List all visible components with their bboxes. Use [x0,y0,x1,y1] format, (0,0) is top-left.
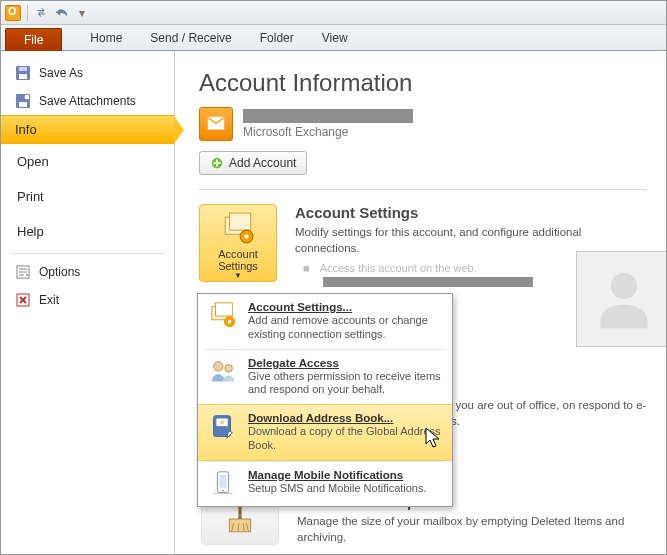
tab-folder[interactable]: Folder [246,26,308,50]
dropdown-item-title: Account Settings... [248,301,442,313]
svg-rect-21 [216,303,233,316]
contact-avatar [576,251,666,347]
account-settings-button[interactable]: Account Settings ▼ [199,204,277,282]
tab-view[interactable]: View [308,26,362,50]
qat-dropdown-icon[interactable]: ▾ [74,5,90,21]
sidebar-separator [11,253,164,254]
sidebar-item-label: Print [17,189,44,204]
svg-rect-16 [230,213,251,230]
svg-point-28 [220,420,225,425]
section-title: Account Settings [295,204,646,221]
svg-point-24 [214,361,223,370]
dropdown-item-desc: Add and remove accounts or change existi… [248,314,442,342]
exit-icon [15,292,31,308]
sidebar-item-label: Save As [39,66,83,80]
sidebar-help[interactable]: Help [1,214,174,249]
broom-icon [223,502,257,536]
sidebar-item-label: Open [17,154,49,169]
mouse-cursor-icon [425,427,443,449]
sidebar-info[interactable]: Info [1,115,174,144]
bullet-text: Access this account on the web. [320,262,477,274]
account-settings-dropdown: Account Settings... Add and remove accou… [197,293,453,507]
undo-icon[interactable] [54,5,70,21]
dropdown-item-desc: Download a copy of the Global Address Bo… [248,425,442,453]
dropdown-item-desc: Give others permission to receive items … [248,370,442,398]
sidebar-exit[interactable]: Exit [1,286,174,314]
tab-home[interactable]: Home [76,26,136,50]
dropdown-item-title: Manage Mobile Notifications [248,469,427,481]
account-settings-icon [208,301,238,331]
dropdown-download-address-book[interactable]: Download Address Book... Download a copy… [198,404,452,461]
delegate-icon [208,357,238,387]
section-desc: Manage the size of your mailbox by empty… [297,514,658,545]
svg-point-25 [225,364,233,372]
sidebar-save-attachments[interactable]: Save Attachments [1,87,174,115]
svg-rect-4 [19,102,27,107]
sidebar-open[interactable]: Open [1,144,174,179]
sidebar-options[interactable]: Options [1,258,174,286]
dropdown-item-title: Download Address Book... [248,412,442,424]
svg-point-23 [228,320,232,324]
bullet-icon: ■ [303,262,310,274]
title-bar: ▾ [1,1,666,25]
sidebar-print[interactable]: Print [1,179,174,214]
dropdown-mobile-notifications[interactable]: Manage Mobile Notifications Setup SMS an… [198,462,452,506]
account-name-redacted [243,109,413,123]
svg-rect-1 [19,74,27,79]
svg-point-10 [26,274,28,276]
svg-point-18 [244,234,248,238]
svg-point-5 [24,94,30,100]
file-tab[interactable]: File [5,28,62,51]
dropdown-account-settings[interactable]: Account Settings... Add and remove accou… [198,294,452,349]
dropdown-delegate-access[interactable]: Delegate Access Give others permission t… [198,350,452,405]
divider [199,189,646,190]
page-title: Account Information [199,69,646,97]
svg-point-31 [222,489,224,491]
save-attachments-icon [15,93,31,109]
address-book-icon [208,412,238,442]
account-settings-icon [221,211,255,245]
account-icon [199,107,233,141]
sidebar-save-as[interactable]: Save As [1,59,174,87]
add-account-button[interactable]: Add Account [199,151,307,175]
ribbon: File Home Send / Receive Folder View [1,25,666,51]
send-receive-icon[interactable] [34,5,50,21]
sidebar-item-label: Exit [39,293,59,307]
sidebar-item-label: Info [15,122,37,137]
save-icon [15,65,31,81]
mobile-icon [208,469,238,499]
add-account-label: Add Account [229,156,296,170]
url-redacted [323,277,533,287]
qat-separator [27,5,28,21]
account-row: Microsoft Exchange [199,107,646,141]
dropdown-item-title: Delegate Access [248,357,442,369]
sidebar-item-label: Help [17,224,44,239]
dropdown-item-desc: Setup SMS and Mobile Notifications. [248,482,427,496]
account-type: Microsoft Exchange [243,125,348,139]
app-icon [5,5,21,21]
plus-icon [210,156,224,170]
button-label: Account Settings [200,248,276,272]
dropdown-caret-icon: ▼ [234,271,242,280]
backstage-sidebar: Save As Save Attachments Info Open Print… [1,51,175,555]
sidebar-item-label: Options [39,265,80,279]
svg-rect-2 [19,67,27,71]
options-icon [15,264,31,280]
tab-send-receive[interactable]: Send / Receive [136,26,245,50]
svg-rect-30 [219,474,227,487]
sidebar-item-label: Save Attachments [39,94,136,108]
